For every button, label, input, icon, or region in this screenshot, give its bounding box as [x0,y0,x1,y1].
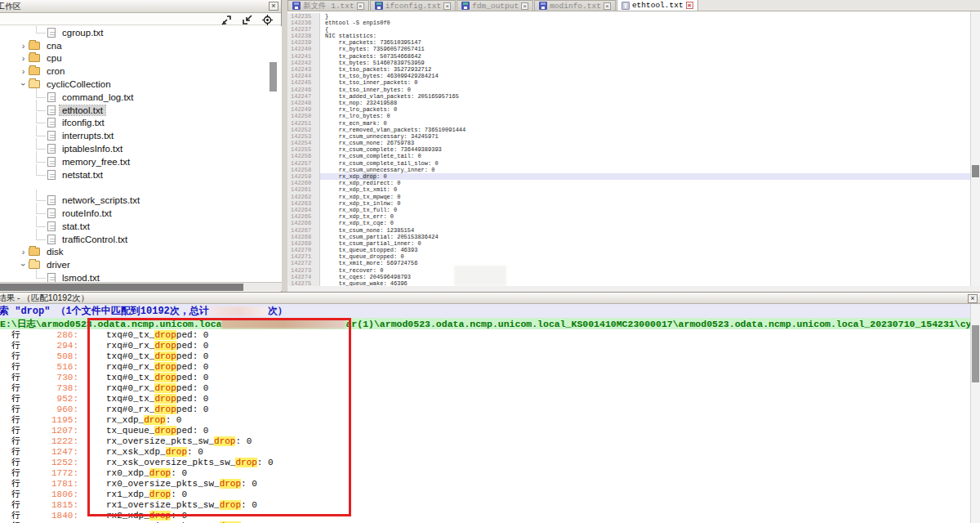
editor-line[interactable]: 142267 tx_csum_none: 12385154 [287,227,970,234]
editor-line[interactable]: 142273 tx_recover: 0 [287,267,970,274]
tab-label[interactable]: ifconfig.txt [385,2,441,11]
editor-line[interactable]: 142253 rx_csum_unnecessary: 34245971 [287,133,970,140]
editor-line[interactable]: 142238 NIC statistics: [287,33,970,39]
editor-line[interactable]: 142258 rx_csum_unnecessary_inner: 0 [287,167,970,173]
tree-item[interactable]: trafficControl.txt [0,233,282,246]
editor-line[interactable]: 142255 rx_csum_complete: 736449389393 [287,146,970,153]
editor-tab[interactable]: 新文件 1.txt × [287,0,369,11]
editor-tab[interactable]: ifconfig.txt × [370,0,456,11]
tree-item[interactable]: netstat.txt [0,168,282,181]
editor-tab[interactable]: fdm_output × [457,0,533,11]
editor-horizontal-scrollbar[interactable] [287,286,980,292]
editor-line[interactable]: 142274 tx_cqes: 204596498793 [287,274,970,280]
tree-item-label[interactable]: ethtool.txt [60,105,105,115]
tree-twisty-icon[interactable]: › [18,53,29,63]
tree-item-label[interactable]: command_log.txt [60,92,136,102]
editor-line[interactable]: 142240 rx_bytes: 735960572057411 [287,46,970,52]
tree-twisty-icon[interactable]: › [19,260,29,270]
tree-item-label[interactable]: network_scripts.txt [60,195,142,205]
tree-item[interactable]: › cpu [0,52,282,65]
tree-item-label[interactable]: disk [44,247,65,257]
editor-line[interactable]: 142247 tx_added_vlan_packets: 2051659571… [287,93,970,100]
tree-item-label[interactable]: netstat.txt [60,170,105,180]
tab-close-icon[interactable]: × [357,2,364,10]
expand-all-icon[interactable] [221,14,232,25]
editor-line[interactable]: 142275 tx_queue_wake: 46396 [287,280,970,286]
editor-line[interactable]: 142257 rx_csum_complete_tail_slow: 0 [287,160,970,167]
editor-line[interactable]: 142268 tx_csum_partial: 205153836424 [287,234,970,240]
results-vertical-scrollbar[interactable] [970,304,980,523]
tree-item-label[interactable]: cron [44,66,67,76]
results-vscroll-thumb[interactable] [972,325,979,382]
tree-item-label[interactable]: cgroup.txt [60,28,106,38]
tab-close-icon[interactable]: × [521,2,528,10]
editor-line[interactable]: 142236 ethtool -S enp1s0f0 [287,20,970,26]
editor-line[interactable]: 142260 rx_xdp_redirect: 0 [287,180,970,186]
editor-line[interactable]: 142263 rx_xdp_tx_inlnw: 0 [287,200,970,207]
tree-horizontal-scrollbar[interactable] [0,282,282,291]
editor-line[interactable]: 142271 tx_queue_dropped: 0 [287,253,970,260]
tab-label[interactable]: modinfo.txt [550,2,601,11]
editor-line[interactable]: 142245 tx_tso_inner_packets: 0 [287,79,970,86]
tree-item-label[interactable]: cna [44,41,65,51]
workspace-close-icon[interactable]: × [269,2,278,11]
tab-close-icon[interactable]: × [443,2,451,10]
tree-item-label[interactable]: lsmod.txt [60,273,102,282]
editor-line[interactable]: 142264 rx_xdp_tx_full: 0 [287,207,970,213]
editor-line[interactable]: 142241 tx_packets: 507354668642 [287,53,970,60]
editor-line[interactable]: 142242 tx_bytes: 514607839753959 [287,60,970,66]
tree-item[interactable]: › cna [0,39,282,52]
tree-item-label[interactable]: stat.txt [60,221,92,231]
editor-line[interactable]: 142262 rx_xdp_tx_mpwqe: 0 [287,194,970,200]
tab-close-icon[interactable]: × [604,2,611,10]
editor-line[interactable]: 142244 tx_tso_bytes: 463099429284214 [287,73,970,79]
tree-vertical-scrollbar[interactable] [270,62,277,92]
editor-line[interactable]: 142246 tx_tso_inner_bytes: 0 [287,87,970,93]
results-close-icon[interactable]: × [968,294,978,303]
editor-line[interactable]: 142261 rx_xdp_tx_xmit: 0 [287,186,970,193]
editor-line[interactable]: 142237 { [287,26,970,33]
tree-twisty-icon[interactable]: › [18,41,29,51]
editor-line[interactable]: 142239 rx_packets: 736510395147 [287,39,970,46]
tab-label[interactable]: ethtool.txt [632,1,684,10]
search-summary-line[interactable]: 搜索 "drop" （1个文件中匹配到10192次，总计 次） [0,304,980,318]
tree-item[interactable]: lsmod.txt [0,271,282,282]
editor-line[interactable]: 142270 tx_queue_stopped: 46393 [287,247,970,253]
tree-item[interactable]: cgroup.txt [0,26,282,39]
tree-item-label[interactable]: memory_free.txt [60,157,132,167]
tree-item-label[interactable]: ifconfig.txt [60,118,107,127]
code-view[interactable]: 142235 } 142236 ethtool -S enp1s0f0 1422… [287,11,970,286]
tab-label[interactable]: fdm_output [472,2,519,11]
tree-item-label[interactable]: iptablesInfo.txt [60,144,125,154]
tree-twisty-icon[interactable]: › [18,66,29,76]
tree-item[interactable]: › cron [0,65,282,78]
editor-line[interactable]: 142254 rx_csum_none: 26759783 [287,140,970,146]
tree-item-label[interactable]: cyclicCollection [44,79,114,89]
editor-line[interactable]: 142256 rx_csum_complete_tail: 0 [287,153,970,159]
locate-file-icon[interactable] [262,14,273,25]
editor-line[interactable]: 142265 rx_xdp_tx_err: 0 [287,213,970,220]
editor-line[interactable]: 142248 tx_nop: 232419588 [287,100,970,106]
collapse-all-icon[interactable] [242,14,252,25]
tree-item-label[interactable]: interrupts.txt [60,131,116,141]
tree-item-label[interactable]: routeInfo.txt [60,208,114,218]
tree-twisty-icon[interactable]: › [18,247,29,257]
editor-vertical-scrollbar[interactable] [970,11,980,286]
tab-close-icon[interactable]: × [686,2,693,9]
editor-line[interactable]: 142235 } [287,13,970,20]
editor-line[interactable]: 142269 tx_csum_partial_inner: 0 [287,240,970,247]
tree-twisty-icon[interactable]: › [19,79,29,90]
editor-line[interactable]: 142272 tx_xmit_more: 569724756 [287,260,970,266]
editor-line[interactable]: 142250 rx_lro_bytes: 0 [287,113,970,119]
editor-tab[interactable]: modinfo.txt × [534,0,616,11]
editor-line[interactable]: 142252 rx_removed_vlan_packets: 73651009… [287,127,970,133]
editor-line[interactable]: 142266 rx_xdp_tx_cqe: 0 [287,220,970,226]
editor-line[interactable]: 142259 rx_xdp_drop: 0 [287,173,970,180]
tab-label[interactable]: 新文件 1.txt [303,1,354,11]
tree-item-label[interactable]: cpu [44,53,65,63]
tree-item-label[interactable]: trafficControl.txt [60,235,130,244]
editor-line[interactable]: 142251 rx_ecn_mark: 0 [287,120,970,127]
editor-line[interactable]: 142243 tx_tso_packets: 35272932712 [287,66,970,73]
tree-item[interactable]: › disk [0,246,282,259]
editor-tab[interactable]: ethtool.txt × [617,0,698,11]
